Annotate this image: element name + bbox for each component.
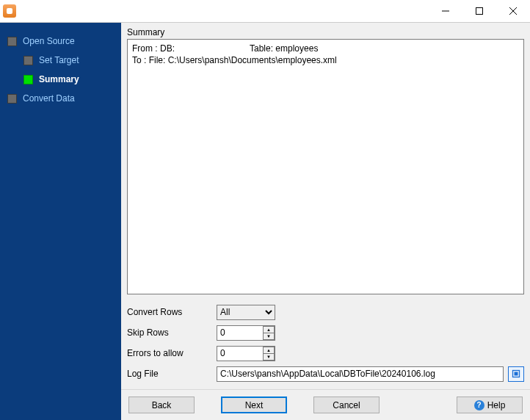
- log-file-label: Log File: [127, 369, 217, 379]
- minimize-button[interactable]: [429, 0, 462, 22]
- maximize-button[interactable]: [462, 0, 496, 22]
- browse-icon: [512, 369, 520, 378]
- step-box-icon: [7, 94, 17, 104]
- summary-from-table: Table: employees: [250, 43, 318, 54]
- convert-rows-select[interactable]: All: [217, 305, 275, 320]
- svg-rect-1: [476, 8, 483, 15]
- sidebar-item-convert-data[interactable]: Convert Data: [7, 89, 121, 108]
- sidebar-item-set-target[interactable]: Set Target: [7, 51, 121, 70]
- app-icon: [3, 4, 16, 18]
- summary-text-box: From : DB: Table: employees To : File: C…: [127, 39, 524, 294]
- next-button[interactable]: Next: [221, 397, 287, 413]
- errors-spin-down[interactable]: ▼: [263, 353, 275, 361]
- summary-from-db: From : DB:: [132, 43, 250, 54]
- sidebar-item-summary[interactable]: Summary: [7, 70, 121, 89]
- svg-rect-5: [515, 372, 518, 376]
- sidebar-item-open-source[interactable]: Open Source: [7, 32, 121, 51]
- sidebar-item-label: Summary: [39, 74, 79, 84]
- skip-rows-spin-up[interactable]: ▲: [263, 326, 275, 333]
- log-file-input[interactable]: [217, 366, 504, 382]
- step-box-icon: [7, 37, 17, 46]
- convert-rows-label: Convert Rows: [127, 307, 217, 317]
- wizard-sidebar: Open Source Set Target Summary Convert D…: [0, 23, 121, 420]
- window-controls: [429, 0, 530, 22]
- cancel-button[interactable]: Cancel: [313, 397, 380, 413]
- sidebar-item-label: Open Source: [23, 36, 75, 46]
- help-icon: ?: [474, 400, 484, 410]
- log-file-browse-button[interactable]: [508, 366, 524, 382]
- back-button[interactable]: Back: [128, 397, 195, 413]
- skip-rows-spin-down[interactable]: ▼: [263, 333, 275, 340]
- sidebar-item-label: Convert Data: [23, 93, 75, 104]
- errors-label: Errors to allow: [127, 348, 217, 358]
- sidebar-item-label: Set Target: [39, 55, 79, 65]
- summary-title: Summary: [127, 27, 164, 37]
- summary-to: To : File: C:\Users\pansh\Documents\empl…: [132, 54, 519, 66]
- errors-spin-up[interactable]: ▲: [263, 347, 275, 353]
- close-button[interactable]: [496, 0, 530, 22]
- step-box-icon: [23, 56, 33, 65]
- step-box-icon: [23, 75, 33, 84]
- main-panel: Summary From : DB: Table: employees To :…: [121, 23, 530, 420]
- skip-rows-label: Skip Rows: [127, 327, 217, 338]
- options-panel: Convert Rows All Skip Rows ▲ ▼ Errors to…: [127, 302, 524, 384]
- help-button[interactable]: ? Help: [457, 397, 523, 413]
- wizard-button-bar: Back Next Cancel ? Help: [121, 389, 530, 420]
- titlebar: [0, 0, 530, 22]
